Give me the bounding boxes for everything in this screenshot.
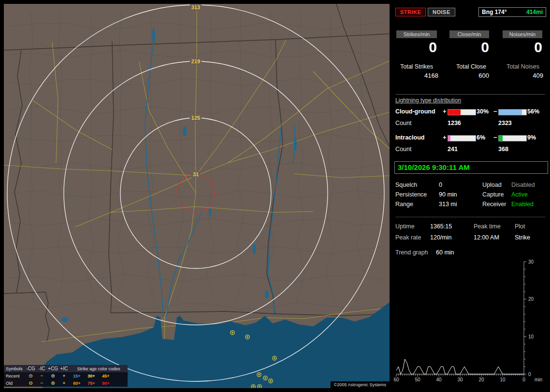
plot-label: Plot xyxy=(515,223,525,230)
pos-cg-old-icon: ⊕ xyxy=(47,381,58,386)
cloud-ground-positive-pct: 30% xyxy=(477,108,489,115)
total-close-value: 600 xyxy=(445,72,489,79)
cloud-ground-negative-bar xyxy=(498,109,527,115)
legend-title: Strike age color codes xyxy=(70,366,128,371)
trend-graph-label: Trend graph xyxy=(395,249,428,256)
squelch-value: 0 xyxy=(439,182,442,189)
age-code: 15+ xyxy=(70,374,84,378)
neg-ic-old-icon: − xyxy=(36,381,47,386)
range-ring-label: 31 xyxy=(191,171,200,178)
count-label: Count xyxy=(395,120,411,127)
range-ring-label: 313 xyxy=(190,4,202,11)
total-strikes-label: Total Strikes xyxy=(392,63,441,70)
total-noises-value: 409 xyxy=(496,72,543,79)
age-code: 45+ xyxy=(99,374,113,378)
intracloud-positive-pct: 6% xyxy=(477,134,485,141)
noise-button[interactable]: NOISE xyxy=(428,8,455,16)
peak-time-label: Peak time xyxy=(474,223,501,230)
pos-cg-recent-icon: ⊕ xyxy=(47,374,58,378)
age-code: 60+ xyxy=(70,381,84,386)
svg-text:40: 40 xyxy=(436,377,442,382)
total-strikes-value: 4168 xyxy=(392,72,438,79)
range-value: 313 mi xyxy=(439,201,457,208)
status-panel: STRIKE NOISE Bng 174° 414mi Strikes/min … xyxy=(392,0,550,392)
receiver-label: Receiver xyxy=(482,201,506,208)
pos-ic-old-icon: + xyxy=(58,381,70,386)
pos-ic-recent-icon: + xyxy=(58,374,70,378)
intracloud-positive-bar xyxy=(448,135,476,141)
plot-mode-value: Strike xyxy=(515,234,530,241)
bar-fill xyxy=(499,110,522,115)
legend-recent-label: Recent xyxy=(4,374,25,378)
map-view[interactable]: 313 219 125 31 Symbols -CG -IC +CG +IC S… xyxy=(4,4,390,388)
cloud-ground-negative-count: 2323 xyxy=(498,120,512,127)
strike-legend: Symbols -CG -IC +CG +IC Strike age color… xyxy=(4,365,128,387)
squelch-label: Squelch xyxy=(395,182,417,189)
svg-text:min: min xyxy=(535,377,542,382)
bearing-label: Bng 174° xyxy=(482,9,507,15)
strikes-per-min-value: 0 xyxy=(396,40,437,55)
negative-sign: − xyxy=(493,108,497,115)
positive-sign: + xyxy=(443,134,447,141)
legend-row-recent: Recent ⊖ − ⊕ + 15+ 30+ 45+ xyxy=(4,372,128,379)
legend-row-old: Old ⊖ − ⊕ + 60+ 75+ 90+ xyxy=(4,379,128,387)
intracloud-negative-bar xyxy=(498,135,527,141)
strike-button[interactable]: STRIKE xyxy=(395,8,426,16)
close-per-min-value: 0 xyxy=(449,40,489,55)
cloud-ground-negative-pct: 56% xyxy=(527,108,539,115)
legend-col-neg-cg: -CG xyxy=(25,366,36,371)
peak-rate-value: 120/min xyxy=(430,234,451,241)
bar-fill xyxy=(448,110,461,115)
distribution-title: Lightning type distribution xyxy=(395,97,461,104)
svg-text:60: 60 xyxy=(393,377,399,382)
divider xyxy=(395,217,545,217)
bearing-display: Bng 174° 414mi xyxy=(478,7,546,17)
age-code: 90+ xyxy=(99,381,113,386)
capture-status: Active xyxy=(511,191,528,198)
legend-old-label: Old xyxy=(4,381,25,386)
legend-col-pos-cg: +CG xyxy=(47,366,58,371)
total-noises-label: Total Noises xyxy=(496,63,550,70)
svg-text:50: 50 xyxy=(415,377,420,382)
negative-sign: − xyxy=(493,134,497,141)
neg-ic-recent-icon: − xyxy=(36,374,47,378)
legend-col-neg-ic: -IC xyxy=(36,366,47,371)
intracloud-negative-count: 368 xyxy=(498,146,508,153)
cloud-ground-positive-bar xyxy=(448,109,476,115)
count-label: Count xyxy=(395,146,411,153)
bearing-range-value: 414mi xyxy=(526,9,543,15)
copyright-label: ©2005 Astrogenic Systems xyxy=(331,381,390,388)
uptime-label: Uptime xyxy=(395,223,415,230)
svg-text:30: 30 xyxy=(457,377,463,382)
range-ring-label: 125 xyxy=(190,115,202,121)
strikes-per-min-header[interactable]: Strikes/min xyxy=(396,30,437,38)
neg-cg-old-icon: ⊖ xyxy=(25,381,36,386)
neg-cg-recent-icon: ⊖ xyxy=(25,374,36,378)
svg-text:0: 0 xyxy=(528,372,531,377)
bar-fill xyxy=(499,136,503,141)
datetime-display: 3/10/2026 9:30:11 AM xyxy=(394,161,548,174)
trend-graph: 6050403020100min3020100 xyxy=(392,257,550,390)
uptime-value: 1365:15 xyxy=(430,223,452,230)
intracloud-negative-pct: 9% xyxy=(527,134,536,141)
svg-text:0: 0 xyxy=(522,377,525,382)
persistence-label: Persistence xyxy=(395,191,427,198)
age-code: 30+ xyxy=(84,374,99,378)
noises-per-min-header[interactable]: Noises/min xyxy=(503,30,542,38)
close-per-min-header[interactable]: Close/min xyxy=(449,30,489,38)
noises-per-min-value: 0 xyxy=(503,40,542,55)
age-code: 75+ xyxy=(84,381,99,386)
cloud-ground-positive-count: 1236 xyxy=(448,120,461,127)
total-close-label: Total Close xyxy=(445,63,498,70)
range-ring-label: 219 xyxy=(190,58,202,65)
positive-sign: + xyxy=(443,108,447,115)
peak-rate-label: Peak rate xyxy=(395,234,421,241)
bar-fill xyxy=(448,136,450,141)
capture-label: Capture xyxy=(482,191,504,198)
trend-window-value: 60 min xyxy=(436,249,454,256)
svg-text:20: 20 xyxy=(528,296,534,302)
svg-text:30: 30 xyxy=(528,259,534,265)
svg-text:10: 10 xyxy=(500,377,506,382)
peak-time-value: 12:00 AM xyxy=(474,234,499,241)
intracloud-positive-count: 241 xyxy=(448,146,458,153)
